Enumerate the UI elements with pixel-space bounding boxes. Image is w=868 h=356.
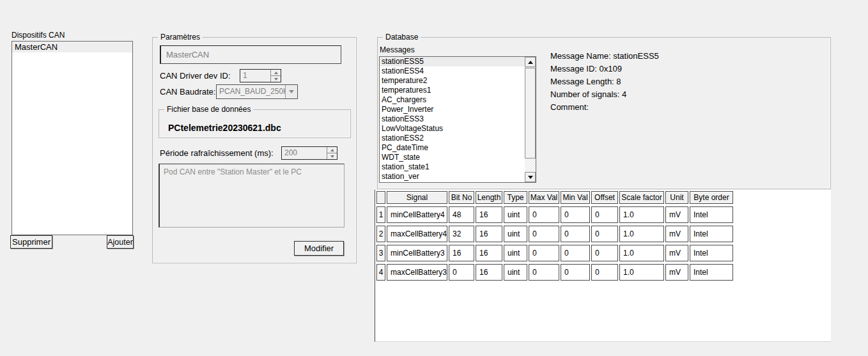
column-header[interactable]: Offset — [591, 191, 618, 204]
message-length-info: Message Length: 8 — [550, 77, 621, 86]
table-cell[interactable]: Intel — [690, 245, 733, 261]
table-cell[interactable]: minCellBattery4 — [387, 206, 447, 223]
message-list-item[interactable]: AC_chargers — [380, 95, 525, 105]
table-cell[interactable]: uint — [504, 226, 527, 242]
table-cell[interactable]: uint — [504, 206, 527, 223]
table-cell[interactable]: 0 — [529, 245, 559, 261]
table-cell[interactable]: mV — [665, 245, 688, 261]
table-cell[interactable]: 16 — [476, 245, 502, 261]
refresh-period-value[interactable]: 200 — [282, 147, 327, 159]
message-list-item[interactable]: temperatures1 — [380, 86, 525, 95]
driver-id-stepper[interactable]: 1 — [240, 69, 281, 82]
table-cell[interactable]: Intel — [690, 206, 733, 223]
table-cell[interactable]: mV — [665, 226, 688, 242]
spin-up-button[interactable] — [327, 147, 337, 153]
baudrate-select[interactable]: PCAN_BAUD_250K — [216, 84, 298, 99]
message-list-item[interactable]: stationESS5 — [380, 57, 525, 66]
messages-scrollbar[interactable] — [525, 57, 536, 182]
grid-corner-cell[interactable] — [376, 191, 385, 204]
column-header[interactable]: Min Val — [561, 191, 590, 204]
baudrate-dropdown-button[interactable] — [285, 85, 297, 98]
table-cell[interactable]: minCellBattery3 — [387, 245, 447, 261]
message-list-item[interactable]: LowVoltageStatus — [380, 124, 525, 134]
column-header[interactable]: Max Val — [529, 191, 559, 204]
table-cell[interactable]: 32 — [449, 226, 474, 242]
driver-id-value[interactable]: 1 — [240, 70, 270, 82]
parameters-group-title: Paramètres — [158, 33, 203, 42]
table-cell[interactable]: 1.0 — [619, 226, 664, 242]
dbfile-group: Fichier base de données PCtelemetrie2023… — [159, 109, 351, 138]
modify-button[interactable]: Modifier — [294, 241, 344, 256]
scroll-up-button[interactable] — [525, 57, 536, 67]
table-cell[interactable]: 0 — [591, 206, 618, 223]
signal-count-info: Number of signals: 4 — [550, 89, 626, 99]
table-cell[interactable]: 16 — [476, 264, 502, 281]
message-list-item[interactable]: Power_Inverter — [380, 105, 525, 114]
scrollbar-thumb[interactable] — [525, 68, 536, 159]
driver-id-spin-buttons — [270, 70, 281, 82]
table-cell[interactable]: mV — [665, 264, 688, 281]
column-header[interactable]: Byte order — [690, 191, 733, 204]
message-list-item[interactable]: station_state1 — [380, 162, 525, 172]
table-cell[interactable]: 1.0 — [619, 206, 664, 223]
spin-down-button[interactable] — [271, 76, 281, 82]
table-cell[interactable]: 0 — [591, 226, 618, 242]
table-cell[interactable]: 0 — [449, 264, 474, 281]
table-cell[interactable]: 0 — [561, 264, 590, 281]
delete-device-button[interactable]: Supprimer — [10, 235, 52, 249]
messages-list-items: stationESS5stationESS4temperature2temper… — [380, 57, 525, 182]
baudrate-selected-value: PCAN_BAUD_250K — [217, 85, 285, 98]
message-list-item[interactable]: temperature2 — [380, 76, 525, 86]
table-cell[interactable]: mV — [665, 206, 688, 223]
spin-up-button[interactable] — [271, 70, 281, 76]
table-cell[interactable]: 0 — [591, 245, 618, 261]
message-list-item[interactable]: stationESS2 — [380, 134, 525, 143]
table-cell[interactable]: 16 — [476, 226, 502, 242]
row-header[interactable]: 3 — [376, 245, 385, 261]
table-cell[interactable]: 48 — [449, 206, 474, 223]
messages-list[interactable]: stationESS5stationESS4temperature2temper… — [379, 56, 536, 183]
table-cell[interactable]: 0 — [529, 226, 559, 242]
message-list-item[interactable]: station_ver — [380, 172, 525, 182]
device-list-item[interactable]: MasterCAN — [12, 42, 132, 52]
message-list-item[interactable]: stationESS4 — [380, 66, 525, 76]
add-device-button[interactable]: Ajouter — [107, 235, 134, 249]
table-cell[interactable]: 16 — [476, 206, 502, 223]
scroll-down-button[interactable] — [525, 172, 536, 182]
table-cell[interactable]: maxCellBattery4 — [387, 226, 447, 242]
chevron-down-icon — [289, 90, 294, 93]
table-cell[interactable]: uint — [504, 264, 527, 281]
table-cell[interactable]: uint — [504, 245, 527, 261]
table-cell[interactable]: 0 — [561, 245, 590, 261]
database-group: Database Messages stationESS5stationESS4… — [377, 37, 831, 189]
table-cell[interactable]: maxCellBattery3 — [387, 264, 447, 281]
column-header[interactable]: Type — [504, 191, 527, 204]
table-cell[interactable]: 0 — [591, 264, 618, 281]
spin-down-button[interactable] — [327, 153, 337, 159]
row-header[interactable]: 2 — [376, 226, 385, 242]
message-list-item[interactable]: stationESS3 — [380, 114, 525, 124]
refresh-period-stepper[interactable]: 200 — [281, 146, 337, 160]
table-cell[interactable]: 0 — [529, 206, 559, 223]
row-header[interactable]: 4 — [376, 264, 385, 281]
devices-list[interactable]: MasterCAN — [12, 41, 133, 235]
table-cell[interactable]: 1.0 — [619, 264, 664, 281]
device-name-field[interactable]: MasterCAN — [160, 45, 341, 64]
column-header[interactable]: Bit No — [449, 191, 474, 204]
device-description-field[interactable]: Pod CAN entre "Station Master" et le PC — [159, 164, 345, 228]
message-list-item[interactable]: WDT_state — [380, 153, 525, 162]
message-list-item[interactable]: PC_dateTime — [380, 143, 525, 153]
table-cell[interactable]: 0 — [561, 206, 590, 223]
table-cell[interactable]: 0 — [561, 226, 590, 242]
table-cell[interactable]: 1.0 — [619, 245, 664, 261]
message-id-info: Message ID: 0x109 — [550, 64, 622, 74]
row-header[interactable]: 1 — [376, 206, 385, 223]
table-cell[interactable]: Intel — [690, 226, 733, 242]
column-header[interactable]: Scale factor — [619, 191, 664, 204]
column-header[interactable]: Unit — [665, 191, 688, 204]
column-header[interactable]: Length — [476, 191, 502, 204]
table-cell[interactable]: Intel — [690, 264, 733, 281]
column-header[interactable]: Signal — [387, 191, 447, 204]
table-cell[interactable]: 0 — [529, 264, 559, 281]
table-cell[interactable]: 16 — [449, 245, 474, 261]
